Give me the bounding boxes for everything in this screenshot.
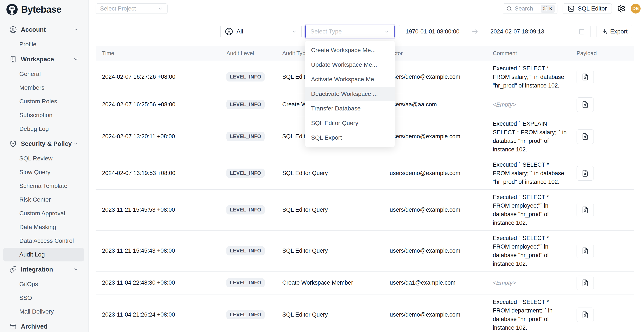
sidebar-item-profile[interactable]: Profile [3, 37, 84, 51]
comment-cell: Executed `"EXPLAIN SELECT * FROM salary;… [488, 116, 572, 157]
payload-view-button[interactable] [576, 276, 594, 290]
table-row[interactable]: 2023-11-21 15:45:53 +08:00 LEVEL_INFO SQ… [96, 189, 634, 230]
type-filter-select[interactable]: Select Type [305, 25, 394, 38]
audit-level-cell: LEVEL_INFO [221, 116, 277, 157]
payload-cell [572, 116, 634, 157]
level-badge: LEVEL_INFO [226, 205, 265, 214]
sidebar-item-integration[interactable]: Integration [3, 263, 84, 276]
gear-icon[interactable] [617, 4, 626, 13]
dropdown-option[interactable]: Activate Workspace Me... [305, 72, 394, 87]
table-row[interactable]: 2024-02-07 13:19:53 +08:00 LEVEL_INFO SQ… [96, 157, 634, 189]
filter-row: All Select Type 1970-01-01 08:00:00 2024… [89, 17, 644, 39]
time-cell: 2024-02-07 13:19:53 +08:00 [96, 157, 221, 189]
download-icon [601, 28, 608, 35]
audit-level-cell: LEVEL_INFO [221, 294, 277, 332]
audit-type-cell: SQL Editor Query [277, 157, 384, 189]
terminal-icon [568, 5, 574, 12]
type-filter-placeholder: Select Type [310, 28, 342, 35]
payload-view-button[interactable] [576, 203, 594, 217]
table-row[interactable]: 2023-11-04 21:26:24 +08:00 LEVEL_INFO SQ… [96, 294, 634, 332]
sidebar-item-audit-log[interactable]: Audit Log [3, 248, 84, 261]
column-header: Comment [488, 46, 572, 61]
time-cell: 2023-11-21 15:45:53 +08:00 [96, 189, 221, 230]
search-shortcut-kbd: ⌘ K [541, 5, 555, 13]
sidebar-item-custom-approval[interactable]: Custom Approval [3, 206, 84, 220]
file-search-icon [581, 247, 589, 255]
file-search-icon [581, 169, 589, 177]
actor-cell: users/demo@example.com [384, 116, 488, 157]
sidebar-item-subscription[interactable]: Subscription [3, 108, 84, 122]
sidebar-item-custom-roles[interactable]: Custom Roles [3, 95, 84, 108]
comment-cell: <Empty> [488, 271, 572, 294]
audit-level-cell: LEVEL_INFO [221, 61, 277, 93]
comment-cell: Executed `"SELECT * FROM department;"` i… [488, 294, 572, 332]
main-area: Select Project Search ⌘ K SQL Editor DE [89, 0, 644, 332]
sidebar-item-data-masking[interactable]: Data Masking [3, 220, 84, 234]
payload-cell [572, 157, 634, 189]
time-cell: 2024-02-07 16:27:26 +08:00 [96, 61, 221, 93]
project-select-placeholder: Select Project [100, 5, 136, 12]
sidebar-item-debug-log[interactable]: Debug Log [3, 122, 84, 136]
sidebar-item-gitops[interactable]: GitOps [3, 277, 84, 291]
sidebar-item-slow-query[interactable]: Slow Query [3, 165, 84, 179]
payload-view-button[interactable] [576, 70, 594, 84]
sidebar-item-data-access-control[interactable]: Data Access Control [3, 234, 84, 248]
level-badge: LEVEL_INFO [226, 132, 265, 141]
dropdown-option[interactable]: Deactivate Workspace ... [305, 87, 394, 101]
actor-cell: users/aa@aa.com [384, 93, 488, 116]
actor-filter-select[interactable]: All [220, 25, 302, 38]
payload-view-button[interactable] [576, 129, 594, 144]
actor-cell: users/demo@example.com [384, 61, 488, 93]
export-button[interactable]: Export [596, 25, 632, 38]
sidebar-item-sso[interactable]: SSO [3, 291, 84, 305]
payload-view-button[interactable] [576, 244, 594, 258]
payload-view-button[interactable] [576, 97, 594, 112]
column-header: Audit Level [221, 46, 277, 61]
bytebase-logo[interactable]: Bytebase [0, 0, 88, 15]
level-badge: LEVEL_INFO [226, 310, 265, 319]
audit-level-cell: LEVEL_INFO [221, 271, 277, 294]
comment-cell: Executed `"SELECT * FROM employee;"` in … [488, 230, 572, 271]
actor-cell: users/demo@example.com [384, 157, 488, 189]
table-row[interactable]: 2023-11-04 22:48:30 +08:00 LEVEL_INFO Cr… [96, 271, 634, 294]
comment-cell: Executed `"SELECT * FROM employee;"` in … [488, 189, 572, 230]
payload-view-button[interactable] [576, 308, 594, 322]
audit-type-cell: SQL Editor Query [277, 230, 384, 271]
sidebar-item-mail-delivery[interactable]: Mail Delivery [3, 305, 84, 319]
search-input[interactable]: Search ⌘ K [503, 3, 558, 14]
table-row[interactable]: 2023-11-21 15:45:43 +08:00 LEVEL_INFO SQ… [96, 230, 634, 271]
bytebase-logo-icon [6, 3, 18, 15]
sidebar-item-schema-template[interactable]: Schema Template [3, 179, 84, 193]
sidebar-item-archived[interactable]: Archived [3, 320, 84, 332]
payload-cell [572, 230, 634, 271]
actor-filter-value: All [236, 28, 243, 35]
sidebar-item-security-policy[interactable]: Security & Policy [3, 137, 84, 151]
dropdown-option[interactable]: SQL Editor Query [305, 116, 394, 130]
dropdown-option[interactable]: Transfer Database [305, 101, 394, 116]
time-cell: 2023-11-21 15:45:43 +08:00 [96, 230, 221, 271]
file-search-icon [581, 311, 589, 319]
sidebar-item-members[interactable]: Members [3, 81, 84, 95]
sidebar-item-workspace[interactable]: Workspace [3, 52, 84, 66]
chevron-down-icon [73, 57, 78, 62]
chevron-down-icon [292, 29, 297, 34]
sidebar-item-general[interactable]: General [3, 67, 84, 81]
project-select[interactable]: Select Project [96, 3, 168, 14]
archive-icon [10, 323, 17, 330]
time-cell: 2024-02-07 16:25:56 +08:00 [96, 93, 221, 116]
sidebar-item-risk-center[interactable]: Risk Center [3, 193, 84, 206]
avatar[interactable]: DE [631, 4, 640, 13]
dropdown-option[interactable]: Update Workspace Me... [305, 57, 394, 72]
sql-editor-button[interactable]: SQL Editor [562, 3, 612, 14]
sidebar-item-account[interactable]: Account [3, 23, 84, 36]
topbar-right: Search ⌘ K SQL Editor DE [503, 3, 640, 14]
arrow-right-icon [472, 28, 478, 35]
dropdown-option[interactable]: Create Workspace Me... [305, 43, 394, 57]
search-placeholder: Search [515, 5, 538, 12]
time-cell: 2024-02-07 13:20:11 +08:00 [96, 116, 221, 157]
dropdown-option[interactable]: SQL Export [305, 130, 394, 145]
topbar: Select Project Search ⌘ K SQL Editor DE [89, 0, 644, 17]
date-range-picker[interactable]: 1970-01-01 08:00:00 2024-02-07 18:09:13 [399, 25, 590, 38]
payload-view-button[interactable] [576, 166, 594, 180]
sidebar-item-sql-review[interactable]: SQL Review [3, 152, 84, 165]
